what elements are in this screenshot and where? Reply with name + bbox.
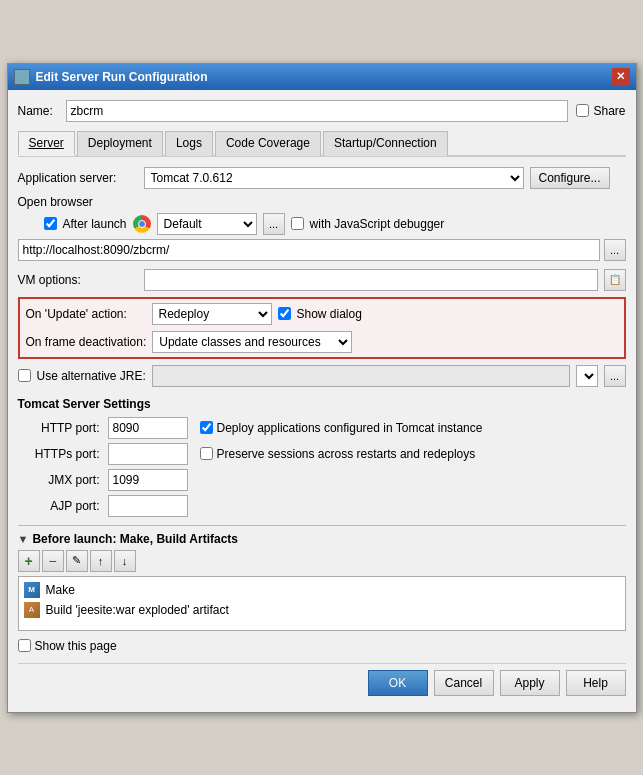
url-input[interactable] bbox=[18, 239, 600, 261]
https-port-row: HTTPs port: Preserve sessions across res… bbox=[18, 443, 626, 465]
http-port-input[interactable] bbox=[108, 417, 188, 439]
name-row: Name: Share bbox=[18, 100, 626, 122]
alt-jre-checkbox[interactable] bbox=[18, 369, 31, 382]
alt-jre-row: Use alternative JRE: ▾ ... bbox=[18, 365, 626, 387]
tab-startup[interactable]: Startup/Connection bbox=[323, 131, 448, 156]
alt-jre-dots-button[interactable]: ... bbox=[604, 365, 626, 387]
on-update-label: On 'Update' action: bbox=[26, 307, 146, 321]
on-frame-select[interactable]: Update classes and resources bbox=[152, 331, 352, 353]
ajp-port-input[interactable] bbox=[108, 495, 188, 517]
make-label: Make bbox=[46, 583, 75, 597]
share-label: Share bbox=[593, 104, 625, 118]
tab-deployment[interactable]: Deployment bbox=[77, 131, 163, 156]
configure-button[interactable]: Configure... bbox=[530, 167, 610, 189]
deploy-apps-row: Deploy applications configured in Tomcat… bbox=[200, 421, 483, 435]
help-button[interactable]: Help bbox=[566, 670, 626, 696]
on-update-select[interactable]: Redeploy bbox=[152, 303, 272, 325]
before-launch-list: M Make A Build 'jeesite:war exploded' ar… bbox=[18, 576, 626, 631]
http-port-row: HTTP port: Deploy applications configure… bbox=[18, 417, 626, 439]
deploy-apps-label: Deploy applications configured in Tomcat… bbox=[217, 421, 483, 435]
close-button[interactable]: ✕ bbox=[612, 68, 630, 86]
edit-server-run-config-dialog: Edit Server Run Configuration ✕ Name: Sh… bbox=[7, 63, 637, 713]
after-launch-row: After launch Default ... with JavaScript… bbox=[18, 213, 626, 235]
show-dialog-checkbox[interactable] bbox=[278, 307, 291, 320]
after-launch-checkbox[interactable] bbox=[44, 217, 57, 230]
on-update-row: On 'Update' action: Redeploy Show dialog bbox=[26, 303, 618, 325]
preserve-sessions-label: Preserve sessions across restarts and re… bbox=[217, 447, 476, 461]
open-browser-label: Open browser bbox=[18, 195, 626, 209]
before-launch-header: ▼ Before launch: Make, Build Artifacts bbox=[18, 532, 626, 546]
after-launch-label: After launch bbox=[63, 217, 127, 231]
url-dots-button[interactable]: ... bbox=[604, 239, 626, 261]
app-server-label: Application server: bbox=[18, 171, 138, 185]
show-page-label: Show this page bbox=[35, 639, 117, 653]
vm-options-input[interactable] bbox=[144, 269, 598, 291]
footer-buttons: OK Cancel Apply Help bbox=[18, 663, 626, 702]
highlighted-section: On 'Update' action: Redeploy Show dialog… bbox=[18, 297, 626, 359]
jmx-port-row: JMX port: bbox=[18, 469, 626, 491]
show-dialog-label: Show dialog bbox=[297, 307, 362, 321]
on-frame-label: On frame deactivation: bbox=[26, 335, 147, 349]
browser-dots-button[interactable]: ... bbox=[263, 213, 285, 235]
jmx-port-label: JMX port: bbox=[18, 473, 108, 487]
deploy-apps-checkbox[interactable] bbox=[200, 421, 213, 434]
make-icon: M bbox=[24, 582, 40, 598]
move-up-button[interactable]: ↑ bbox=[90, 550, 112, 572]
js-debugger-checkbox[interactable] bbox=[291, 217, 304, 230]
show-page-row: Show this page bbox=[18, 639, 626, 653]
share-row: Share bbox=[576, 104, 625, 118]
cancel-button[interactable]: Cancel bbox=[434, 670, 494, 696]
alt-jre-label: Use alternative JRE: bbox=[37, 369, 146, 383]
alt-jre-dropdown[interactable]: ▾ bbox=[576, 365, 598, 387]
edit-launch-button[interactable]: ✎ bbox=[66, 550, 88, 572]
preserve-sessions-row: Preserve sessions across restarts and re… bbox=[200, 447, 476, 461]
tab-server[interactable]: Server bbox=[18, 131, 75, 156]
remove-launch-button[interactable]: − bbox=[42, 550, 64, 572]
title-bar-left: Edit Server Run Configuration bbox=[14, 69, 208, 85]
show-page-checkbox[interactable] bbox=[18, 639, 31, 652]
app-server-row: Application server: Tomcat 7.0.612 Confi… bbox=[18, 167, 626, 189]
chrome-icon bbox=[133, 215, 151, 233]
artifact-label: Build 'jeesite:war exploded' artifact bbox=[46, 603, 229, 617]
vm-options-row: VM options: 📋 bbox=[18, 269, 626, 291]
tomcat-settings-section: Tomcat Server Settings HTTP port: Deploy… bbox=[18, 397, 626, 517]
https-port-input[interactable] bbox=[108, 443, 188, 465]
on-frame-row: On frame deactivation: Update classes an… bbox=[26, 331, 618, 353]
vm-copy-button[interactable]: 📋 bbox=[604, 269, 626, 291]
ajp-port-row: AJP port: bbox=[18, 495, 626, 517]
jmx-port-input[interactable] bbox=[108, 469, 188, 491]
preserve-sessions-checkbox[interactable] bbox=[200, 447, 213, 460]
window-title: Edit Server Run Configuration bbox=[36, 70, 208, 84]
tab-logs[interactable]: Logs bbox=[165, 131, 213, 156]
tabs: Server Deployment Logs Code Coverage Sta… bbox=[18, 130, 626, 157]
tomcat-settings-title: Tomcat Server Settings bbox=[18, 397, 626, 411]
title-bar: Edit Server Run Configuration ✕ bbox=[8, 64, 636, 90]
name-label: Name: bbox=[18, 104, 58, 118]
list-item: M Make bbox=[22, 580, 622, 600]
before-launch-title: Before launch: Make, Build Artifacts bbox=[32, 532, 238, 546]
browser-select[interactable]: Default bbox=[157, 213, 257, 235]
before-launch-section: ▼ Before launch: Make, Build Artifacts +… bbox=[18, 525, 626, 631]
url-row: ... bbox=[18, 239, 626, 261]
window-body: Name: Share Server Deployment Logs Code … bbox=[8, 90, 636, 712]
add-launch-button[interactable]: + bbox=[18, 550, 40, 572]
vm-options-label: VM options: bbox=[18, 273, 138, 287]
app-server-select[interactable]: Tomcat 7.0.612 bbox=[144, 167, 524, 189]
share-checkbox[interactable] bbox=[576, 104, 589, 117]
ajp-port-label: AJP port: bbox=[18, 499, 108, 513]
open-browser-section: Open browser After launch Default ... wi… bbox=[18, 195, 626, 261]
ok-button[interactable]: OK bbox=[368, 670, 428, 696]
http-port-label: HTTP port: bbox=[18, 421, 108, 435]
window-icon bbox=[14, 69, 30, 85]
list-item: A Build 'jeesite:war exploded' artifact bbox=[22, 600, 622, 620]
artifact-icon: A bbox=[24, 602, 40, 618]
before-launch-tools: + − ✎ ↑ ↓ bbox=[18, 550, 626, 572]
apply-button[interactable]: Apply bbox=[500, 670, 560, 696]
https-port-label: HTTPs port: bbox=[18, 447, 108, 461]
js-debugger-label: with JavaScript debugger bbox=[310, 217, 445, 231]
move-down-button[interactable]: ↓ bbox=[114, 550, 136, 572]
alt-jre-input[interactable] bbox=[152, 365, 570, 387]
name-input[interactable] bbox=[66, 100, 569, 122]
tab-code-coverage[interactable]: Code Coverage bbox=[215, 131, 321, 156]
server-tab-content: Application server: Tomcat 7.0.612 Confi… bbox=[18, 167, 626, 653]
